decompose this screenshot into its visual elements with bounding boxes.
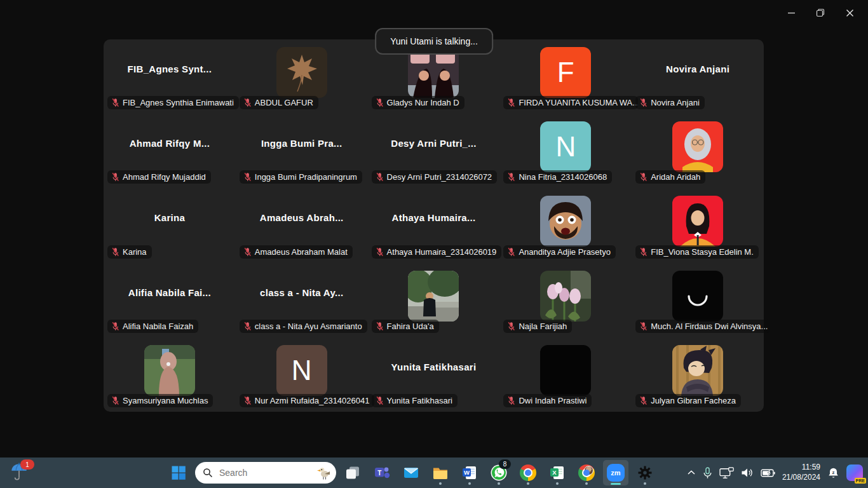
taskbar-app-zoom[interactable]: zm	[603, 460, 628, 485]
search-box[interactable]	[195, 462, 336, 484]
tray-notifications-button[interactable]: z	[827, 467, 839, 479]
mic-muted-icon	[639, 322, 648, 331]
participant-name-text: FIB_Viona Stasya Edelin M.	[651, 247, 754, 257]
mic-muted-icon	[639, 247, 648, 257]
participant-name-label: Syamsuriyana Muchlas	[107, 394, 213, 407]
tray-battery-button[interactable]	[761, 468, 775, 478]
battery-charging-icon	[761, 468, 775, 478]
participant-name-text: Amadeus Abraham Malat	[255, 247, 348, 257]
participant-tile[interactable]: class a - Nita Ay... class a - Nita Ayu …	[236, 263, 368, 337]
taskbar-app-chrome[interactable]	[515, 460, 541, 485]
participant-name-label: Karina	[107, 245, 152, 259]
participant-avatar: N	[540, 121, 591, 172]
participant-tile[interactable]: Novira Anjani Novira Anjani	[632, 39, 764, 114]
widgets-button[interactable]: 1	[10, 462, 33, 485]
zoom-app-icon: zm	[607, 464, 625, 482]
participant-name-label: Desy Arni Putri_2314026072	[372, 170, 498, 184]
mic-muted-icon	[111, 322, 119, 331]
participant-tile[interactable]: N Nina Fitria_2314026068	[499, 114, 632, 188]
participant-name-text: FIRDA YUANITA KUSUMA WA...	[519, 98, 638, 107]
participant-name-label: Aridah Aridah	[635, 170, 705, 184]
minimize-button[interactable]	[776, 3, 806, 23]
participant-tile[interactable]: Desy Arni Putri_... Desy Arni Putri_2314…	[368, 114, 500, 188]
participant-name-label: class a - Nita Ayu Asmarianto	[240, 320, 367, 333]
taskbar-app-mail[interactable]	[398, 460, 424, 485]
svg-text:X: X	[552, 469, 557, 476]
mic-muted-icon	[111, 247, 119, 257]
taskbar-app-task-view[interactable]	[340, 460, 365, 485]
mic-muted-icon	[376, 396, 384, 405]
mic-muted-icon	[507, 322, 515, 331]
participant-tile[interactable]: Amadeus Abrah... Amadeus Abraham Malat	[236, 188, 368, 262]
participant-name-text: Ahmad Rifqy Mujaddid	[123, 172, 206, 182]
tray-volume-button[interactable]	[741, 468, 754, 478]
participant-name-label: Gladys Nur Indah D	[372, 96, 465, 109]
participant-tile[interactable]: Ahmad Rifqy M... Ahmad Rifqy Mujaddid	[104, 114, 236, 188]
tray-clock[interactable]: 11:59 21/08/2024	[782, 463, 820, 482]
participant-avatar	[540, 196, 591, 247]
taskbar-app-word[interactable]: W	[457, 460, 482, 485]
search-bird-icon	[316, 464, 332, 482]
participant-name-label: Nina Fitria_2314026068	[503, 170, 612, 184]
taskbar-app-explorer[interactable]	[428, 460, 453, 485]
participant-tile[interactable]: FIB_Viona Stasya Edelin M.	[632, 188, 764, 262]
participant-tile[interactable]: Najla Farijiah	[499, 263, 632, 337]
participant-avatar	[672, 271, 723, 322]
tray-microphone-button[interactable]	[703, 467, 712, 479]
participant-name-label: Amadeus Abraham Malat	[240, 245, 353, 259]
participant-tile[interactable]: Yunita Fatikhasari Yunita Fatikhasari	[368, 337, 500, 412]
copilot-icon: PRE	[846, 464, 863, 481]
participant-avatar	[144, 345, 195, 396]
participant-center-name: Desy Arni Putri_...	[370, 114, 498, 173]
participant-name-label: Yunita Fatikhasari	[372, 394, 458, 407]
mic-muted-icon	[376, 172, 384, 182]
mic-muted-icon	[507, 396, 515, 405]
participant-tile[interactable]: Syamsuriyana Muchlas	[104, 337, 236, 412]
participant-tile[interactable]: Ananditya Adjie Prasetyo	[499, 188, 632, 262]
start-button[interactable]	[166, 460, 191, 485]
tray-date: 21/08/2024	[782, 473, 820, 483]
participant-tile[interactable]: Ingga Bumi Pra... Ingga Bumi Pradipaning…	[236, 114, 368, 188]
participant-center-name: Alifia Nabila Fai...	[106, 263, 233, 322]
taskbar-app-excel[interactable]: X	[545, 460, 570, 485]
participant-grid: FIB_Agnes Synt... FIB_Agnes Synthia Enim…	[104, 39, 764, 412]
taskbar-app-chrome-profile[interactable]	[574, 460, 599, 485]
participant-tile[interactable]: Fahira Uda'a	[368, 263, 500, 337]
participant-tile[interactable]: Julyan Gibran Facheza	[632, 337, 764, 412]
excel-icon: X	[549, 464, 566, 481]
participant-name-text: FIB_Agnes Synthia Enimawati	[123, 98, 234, 107]
running-indicator	[585, 482, 588, 485]
participant-tile[interactable]: FIB_Agnes Synt... FIB_Agnes Synthia Enim…	[104, 39, 236, 114]
participant-name-text: Najla Farijiah	[519, 322, 567, 331]
participant-name-text: ABDUL GAFUR	[255, 98, 313, 107]
tray-cast-button[interactable]	[719, 467, 734, 479]
copilot-preview-badge: PRE	[855, 478, 866, 484]
participant-tile[interactable]: F FIRDA YUANITA KUSUMA WA...	[499, 39, 632, 114]
tray-chevron-button[interactable]	[687, 470, 696, 476]
taskbar-app-settings[interactable]	[632, 460, 658, 485]
mic-muted-icon	[507, 247, 515, 257]
participant-name-text: Julyan Gibran Facheza	[651, 396, 736, 405]
participant-name-label: Much. Al Firdaus Dwi Alvinsya...	[635, 320, 770, 333]
search-input[interactable]	[218, 467, 311, 478]
participant-tile[interactable]: Athaya Humaira... Athaya Humaira_2314026…	[368, 188, 500, 262]
close-button[interactable]	[835, 3, 864, 23]
participant-name-label: Julyan Gibran Facheza	[635, 394, 741, 407]
taskbar-app-teams[interactable]: T	[369, 460, 395, 485]
participant-name-label: Alifia Nabila Faizah	[107, 320, 198, 333]
participant-tile[interactable]: Karina Karina	[104, 188, 236, 262]
participant-tile[interactable]: Aridah Aridah	[632, 114, 764, 188]
mic-muted-icon	[639, 98, 648, 107]
minimize-icon	[787, 9, 796, 17]
taskbar-app-whatsapp[interactable]: 8	[486, 460, 512, 485]
participant-name-label: Fahira Uda'a	[372, 320, 439, 333]
participant-name-label: Nur Azmi Rufaida_2314026041	[240, 394, 374, 407]
participant-tile[interactable]: N Nur Azmi Rufaida_2314026041	[236, 337, 368, 412]
participant-tile[interactable]: ABDUL GAFUR	[236, 39, 368, 114]
participant-tile[interactable]: Much. Al Firdaus Dwi Alvinsya...	[632, 263, 764, 337]
participant-tile[interactable]: Dwi Indah Prastiwi	[499, 337, 632, 412]
taskbar: 1 TW8Xzm	[0, 458, 868, 488]
copilot-button[interactable]: PRE	[846, 464, 863, 481]
restore-button[interactable]	[806, 3, 835, 23]
participant-tile[interactable]: Alifia Nabila Fai... Alifia Nabila Faiza…	[104, 263, 236, 337]
